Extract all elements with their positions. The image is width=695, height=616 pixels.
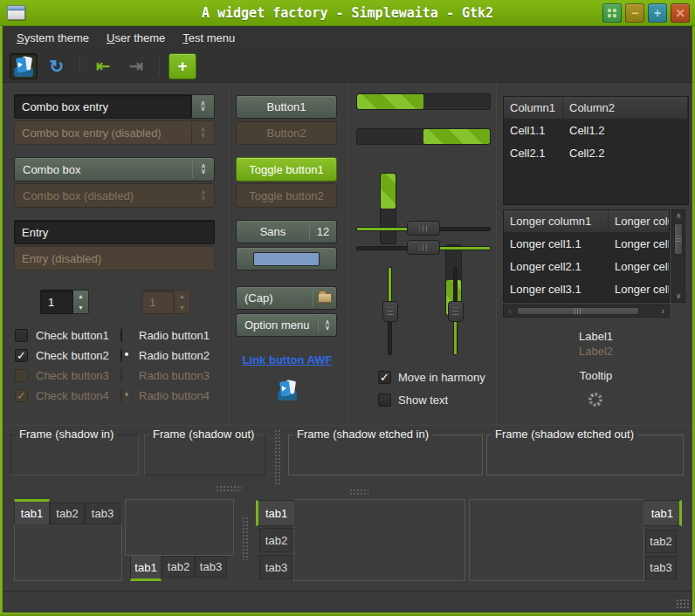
table-row[interactable]: Longer cell2.1 Longer cell2.2 (504, 256, 669, 278)
frame-shadow-in: Frame (shadow in) (10, 435, 139, 476)
column-header[interactable]: Column2 (563, 97, 688, 119)
app-window: A widget factory - Simplewaita - Gtk2 − … (0, 0, 695, 616)
go-last-button: ⇥ (122, 53, 150, 79)
column-header[interactable]: Longer column1 (504, 210, 609, 232)
file-chooser-button[interactable]: (Cap) (236, 286, 337, 310)
radio-button-disabled (120, 368, 122, 383)
menu-system-theme[interactable]: System theme (8, 28, 98, 48)
v-scale[interactable] (382, 267, 399, 355)
add-button[interactable]: + (169, 53, 196, 79)
paned-handle[interactable] (242, 517, 248, 560)
tab-left-2[interactable]: tab2 (259, 528, 293, 552)
scrollbar-thumb[interactable] (517, 307, 639, 315)
notebook-right-panel (469, 499, 644, 581)
tab-right-3[interactable]: tab3 (645, 556, 677, 579)
tab-bottom-2[interactable]: tab2 (162, 556, 195, 578)
panel-separator (348, 83, 348, 425)
titlebar[interactable]: A widget factory - Simplewaita - Gtk2 − … (0, 0, 695, 26)
checkbox-disabled (15, 369, 28, 382)
chevron-updown-icon[interactable]: ∧∨ (192, 94, 215, 119)
checkbox[interactable] (378, 394, 391, 407)
paned-handle[interactable] (274, 429, 280, 485)
button1[interactable]: Button1 (236, 95, 337, 119)
menu-user-theme[interactable]: User theme (98, 28, 174, 48)
checkbox[interactable] (15, 329, 28, 342)
text-entry-disabled: Entry (disabled) (14, 246, 215, 270)
menu-test-menu[interactable]: Test menu (174, 28, 244, 48)
folder-icon (313, 293, 336, 303)
tab-right-1[interactable]: tab1 (643, 500, 682, 526)
maximize-button[interactable]: + (648, 3, 667, 23)
combo-box[interactable]: Combo box ∧∨ (14, 157, 215, 181)
checkbox[interactable] (378, 371, 391, 384)
go-first-button[interactable]: ⇤ (89, 53, 117, 79)
h-scale[interactable] (356, 221, 491, 236)
treeview-2[interactable]: Longer column1 Longer column2 Longer cel… (503, 209, 670, 303)
color-swatch (253, 252, 320, 266)
option-menu[interactable]: Option menu ∧∨ (236, 313, 337, 337)
chevron-updown-icon: ∧∨ (319, 320, 336, 331)
checkbox[interactable] (15, 349, 28, 362)
spin-arrows-icon[interactable]: ▲▼ (73, 290, 89, 314)
tab-bottom-1[interactable]: tab1 (130, 556, 162, 581)
notebook-left-panel (293, 499, 465, 581)
close-button[interactable]: ✕ (671, 3, 690, 23)
scroll-down-icon[interactable]: ∨ (672, 291, 685, 302)
panel-separator (496, 83, 497, 425)
main-area: Combo box entry ∧∨ Combo box entry (disa… (3, 83, 692, 425)
table-row[interactable]: Cell2.1 Cell2.2 (504, 142, 688, 165)
font-button[interactable]: Sans 12 (236, 220, 337, 243)
scroll-right-icon[interactable]: › (657, 305, 669, 317)
check-radio-row: Check button1 Radio button1 (14, 328, 224, 348)
notebook-bottom-panel (125, 499, 234, 556)
tab-left-1[interactable]: tab1 (256, 500, 294, 526)
link-button[interactable]: Link button AWF (243, 353, 333, 366)
radio-button[interactable] (120, 328, 122, 343)
scale-handle[interactable] (448, 301, 464, 322)
window-controls: − + ✕ (602, 3, 690, 23)
combo-box-entry[interactable]: Combo box entry ∧∨ (14, 94, 215, 119)
paned-handle[interactable] (349, 489, 368, 495)
label1: Label1 (503, 330, 689, 343)
workspace-button[interactable] (602, 3, 622, 23)
window-title: A widget factory - Simplewaita - Gtk2 (0, 5, 695, 21)
scale-handle[interactable] (407, 221, 440, 236)
horizontal-scrollbar[interactable]: ‹ › (503, 305, 670, 318)
panel-separator (229, 83, 230, 425)
column-header[interactable]: Longer column2 (609, 210, 669, 232)
color-button[interactable] (236, 247, 337, 270)
go-first-icon: ⇤ (96, 56, 110, 76)
treeview-1[interactable]: Column1 Column2 Cell1.1 Cell1.2 Cell2.1 … (503, 96, 689, 205)
refresh-button[interactable]: ↻ (43, 53, 71, 79)
move-in-harmony-option[interactable]: Move in harmony (378, 371, 485, 384)
radio-button[interactable] (120, 348, 122, 363)
scrollbar-thumb[interactable] (674, 223, 683, 255)
toggle-button1[interactable]: Toggle button1 (236, 157, 337, 181)
spin-button-disabled: 1 ▲▼ (141, 290, 190, 314)
column-header[interactable]: Column1 (504, 97, 563, 119)
tab-left-3[interactable]: tab3 (259, 555, 293, 579)
spin-button[interactable]: 1 ▲▼ (40, 290, 89, 314)
tab-top-2[interactable]: tab2 (50, 503, 85, 524)
resize-grip[interactable] (676, 599, 689, 610)
h-scale-inverted[interactable] (356, 240, 491, 256)
scroll-up-icon[interactable]: ∧ (672, 210, 685, 222)
scale-handle[interactable] (382, 301, 398, 322)
paned-handle[interactable] (216, 485, 242, 491)
show-text-option[interactable]: Show text (378, 394, 448, 407)
scale-handle[interactable] (407, 240, 440, 255)
minimize-button[interactable]: − (625, 3, 644, 23)
tab-bottom-3[interactable]: tab3 (195, 556, 227, 578)
v-scale-inverted[interactable] (447, 267, 464, 355)
tab-top-1[interactable]: tab1 (14, 499, 50, 524)
awf-logo-button[interactable] (10, 53, 38, 79)
tab-right-2[interactable]: tab2 (645, 530, 677, 553)
table-row[interactable]: Cell1.1 Cell1.2 (504, 120, 688, 142)
vertical-scrollbar[interactable]: ∧ ∨ (671, 209, 685, 303)
table-row[interactable]: Longer cell3.1 Longer cell3.2 (504, 278, 669, 301)
awf-logo-icon (277, 380, 298, 400)
tab-top-3[interactable]: tab3 (85, 503, 120, 524)
text-entry[interactable]: Entry (14, 220, 215, 244)
table-row[interactable]: Longer cell1.1 Longer cell1.2 (504, 233, 669, 256)
combo-box-entry-field[interactable]: Combo box entry (14, 94, 192, 119)
